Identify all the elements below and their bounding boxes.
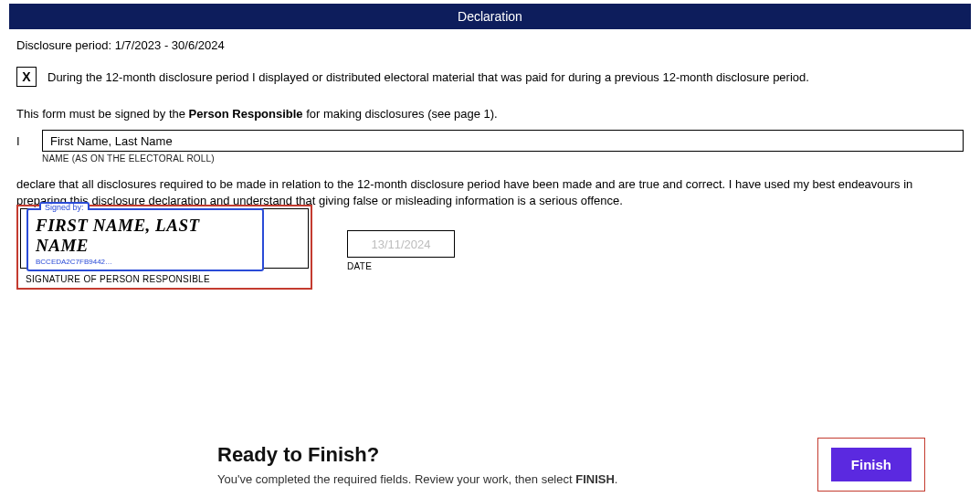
disclosure-period-row: Disclosure period: 1/7/2023 - 30/6/2024	[16, 38, 964, 52]
sign-note-bold: Person Responsible	[189, 107, 303, 121]
checkbox-text: During the 12-month disclosure period I …	[47, 70, 809, 84]
signature-id: BCCEDA2C7FB9442…	[36, 258, 255, 266]
declaration-header: Declaration	[9, 4, 971, 29]
form-content: Disclosure period: 1/7/2023 - 30/6/2024 …	[0, 29, 980, 290]
declaration-statement: declare that all disclosures required to…	[16, 176, 964, 208]
footer-sub-bold: FINISH	[575, 472, 615, 486]
declarant-name-row: I	[16, 130, 964, 152]
name-caption: NAME (AS ON THE ELECTORAL ROLL)	[42, 153, 964, 164]
ready-to-finish-title: Ready to Finish?	[217, 443, 617, 467]
period-label: Disclosure period:	[16, 38, 111, 52]
finish-button[interactable]: Finish	[831, 448, 912, 481]
signature-column: Signed by: FIRST NAME, LAST NAME BCCEDA2…	[16, 208, 312, 290]
sign-requirement-note: This form must be signed by the Person R…	[16, 107, 964, 121]
date-column: 13/11/2024 DATE	[347, 230, 455, 290]
prior-material-checkbox-row: X During the 12-month disclosure period …	[16, 67, 964, 87]
footer-sub-prefix: You've completed the required fields. Re…	[217, 472, 575, 486]
signature-highlight-box: Signed by: FIRST NAME, LAST NAME BCCEDA2…	[16, 205, 312, 290]
header-title: Declaration	[458, 9, 522, 24]
ready-to-finish-subtitle: You've completed the required fields. Re…	[217, 472, 617, 486]
footer-sub-suffix: .	[615, 472, 618, 486]
i-label: I	[16, 134, 29, 148]
footer-text: Ready to Finish? You've completed the re…	[217, 443, 617, 486]
sign-note-prefix: This form must be signed by the	[16, 107, 189, 121]
docusign-signature: Signed by: FIRST NAME, LAST NAME BCCEDA2…	[26, 208, 264, 271]
checkbox-mark: X	[22, 69, 30, 84]
signed-by-label: Signed by:	[39, 202, 90, 210]
date-caption: DATE	[347, 261, 455, 271]
declarant-name-input[interactable]	[42, 130, 964, 152]
period-value: 1/7/2023 - 30/6/2024	[115, 38, 225, 52]
finish-highlight-box: Finish	[817, 438, 925, 492]
signature-script: FIRST NAME, LAST NAME	[36, 216, 255, 256]
date-value: 13/11/2024	[371, 238, 430, 251]
footer-bar: Ready to Finish? You've completed the re…	[0, 438, 980, 492]
signature-date-row: Signed by: FIRST NAME, LAST NAME BCCEDA2…	[16, 208, 964, 290]
date-field[interactable]: 13/11/2024	[347, 230, 455, 258]
sign-note-suffix: for making disclosures (see page 1).	[303, 107, 498, 121]
prior-material-checkbox[interactable]: X	[16, 67, 37, 87]
signature-caption: SIGNATURE OF PERSON RESPONSIBLE	[20, 270, 309, 286]
signature-field[interactable]: Signed by: FIRST NAME, LAST NAME BCCEDA2…	[20, 208, 309, 269]
